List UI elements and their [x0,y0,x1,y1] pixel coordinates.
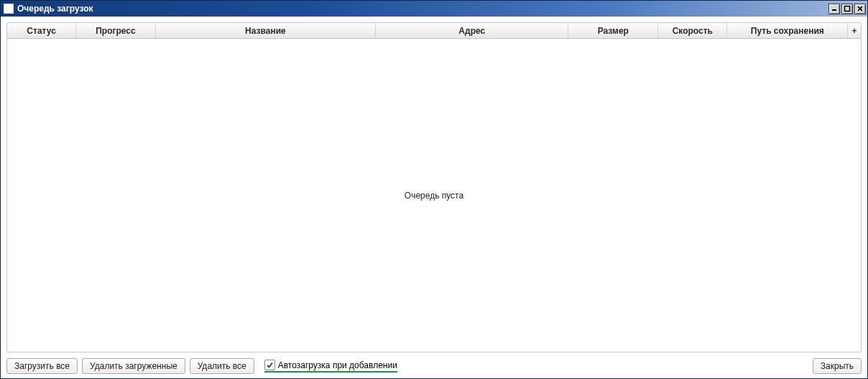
table-header-row: Статус Прогресс Название Адрес Размер Ск… [7,23,861,39]
close-window-button[interactable] [854,4,866,14]
column-header-name[interactable]: Название [156,23,376,38]
load-all-button[interactable]: Загрузить все [6,358,78,374]
bottom-toolbar: Загрузить все Удалить загруженные Удалит… [6,352,862,374]
close-button[interactable]: Закрыть [813,358,862,374]
column-header-size[interactable]: Размер [568,23,658,38]
column-header-address[interactable]: Адрес [376,23,568,38]
window-controls [828,4,866,14]
download-queue-window: Очередь загрузок Статус Прогресс Названи… [0,0,868,379]
minimize-button[interactable] [828,4,840,14]
autoload-checkbox[interactable] [264,360,275,370]
maximize-button[interactable] [841,4,853,14]
app-icon [4,4,14,14]
delete-loaded-button[interactable]: Удалить загруженные [82,358,185,374]
column-header-speed[interactable]: Скорость [658,23,727,38]
client-area: Статус Прогресс Название Адрес Размер Ск… [1,17,867,378]
column-header-status[interactable]: Статус [7,23,76,38]
window-title: Очередь загрузок [17,4,828,14]
downloads-table: Статус Прогресс Название Адрес Размер Ск… [6,22,862,352]
svg-rect-1 [845,6,850,12]
column-header-progress[interactable]: Прогресс [76,23,156,38]
delete-all-button[interactable]: Удалить все [190,358,254,374]
autoload-option[interactable]: Автозагрузка при добавлении [264,360,397,373]
column-header-add[interactable]: + [848,23,861,38]
table-body[interactable]: Очередь пуста [7,39,861,352]
empty-queue-message: Очередь пуста [7,191,861,201]
titlebar[interactable]: Очередь загрузок [1,1,867,17]
column-header-save-path[interactable]: Путь сохранения [727,23,848,38]
autoload-label: Автозагрузка при добавлении [278,360,397,370]
check-icon [266,361,274,369]
